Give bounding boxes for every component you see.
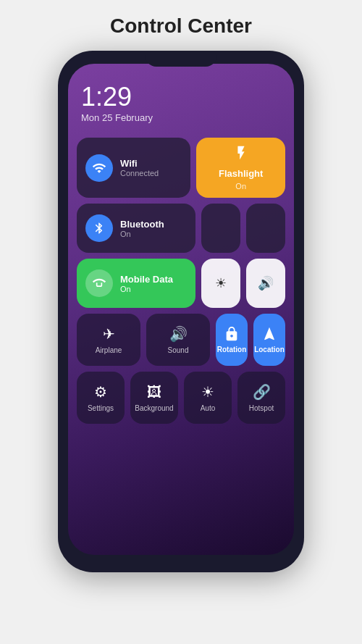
mobile-label: Mobile Data	[120, 274, 173, 285]
bluetooth-tile[interactable]: Bluetooth On	[77, 204, 195, 253]
auto-icon: ☀	[201, 383, 214, 401]
mobile-sublabel: On	[120, 285, 173, 293]
flashlight-tile[interactable]: Flashlight On	[196, 138, 285, 198]
flashlight-icon	[233, 145, 249, 165]
row-4: ✈ Airplane 🔊 Sound Rotation	[77, 314, 285, 366]
background-tile[interactable]: 🖼 Background	[130, 372, 178, 424]
settings-tile[interactable]: ⚙ Settings	[77, 372, 125, 424]
hotspot-label: Hotspot	[249, 404, 274, 412]
flashlight-label: Flashlight	[219, 168, 263, 179]
time-area: 1:29 Mon 25 February	[68, 64, 294, 132]
wifi-sublabel: Connected	[120, 169, 159, 177]
date-display: Mon 25 February	[81, 112, 281, 123]
row-2: Bluetooth On	[77, 204, 285, 253]
rotation-tile[interactable]: Rotation	[216, 314, 248, 366]
airplane-label: Airplane	[96, 346, 122, 354]
auto-label: Auto	[201, 404, 216, 412]
rotation-label: Rotation	[217, 346, 247, 354]
time-display: 1:29	[81, 84, 281, 110]
flashlight-sublabel: On	[235, 182, 246, 191]
rotation-icon	[224, 326, 240, 342]
wifi-icon-circle	[85, 154, 113, 182]
sound-tile[interactable]: 🔊 Sound	[146, 314, 210, 366]
location-icon	[261, 326, 277, 342]
sound-label: Sound	[168, 346, 189, 354]
brightness-tile[interactable]: ☀	[201, 259, 240, 308]
volume-tile[interactable]: 🔊	[246, 259, 285, 308]
notch	[145, 51, 217, 67]
airplane-icon: ✈	[103, 325, 115, 343]
bluetooth-label: Bluetooth	[120, 219, 164, 230]
background-label: Background	[135, 404, 173, 412]
volume-icon: 🔊	[258, 275, 274, 291]
bluetooth-sublabel: On	[120, 230, 164, 238]
controls-area: Wifi Connected Flashlight On	[68, 132, 294, 555]
phone-shell: 1:29 Mon 25 February Wifi Connected	[58, 51, 304, 572]
brightness-icon: ☀	[215, 275, 227, 291]
mobile-text: Mobile Data On	[120, 274, 173, 293]
small-dark-2[interactable]	[246, 204, 285, 253]
wifi-tile[interactable]: Wifi Connected	[77, 138, 190, 198]
settings-label: Settings	[88, 404, 114, 412]
row-1: Wifi Connected Flashlight On	[77, 138, 285, 198]
page-title: Control Center	[110, 14, 252, 38]
bluetooth-icon-circle	[85, 214, 113, 242]
row-5: ⚙ Settings 🖼 Background ☀ Auto 🔗 Hotspot	[77, 372, 285, 424]
auto-tile[interactable]: ☀ Auto	[184, 372, 232, 424]
mobile-data-tile[interactable]: Mobile Data On	[77, 259, 195, 308]
screen: 1:29 Mon 25 February Wifi Connected	[68, 64, 294, 555]
wifi-label: Wifi	[120, 158, 159, 169]
hotspot-tile[interactable]: 🔗 Hotspot	[237, 372, 285, 424]
location-label: Location	[254, 346, 285, 354]
airplane-tile[interactable]: ✈ Airplane	[77, 314, 140, 366]
mobile-icon-circle	[85, 269, 113, 297]
small-dark-1[interactable]	[201, 204, 240, 253]
settings-icon: ⚙	[94, 383, 107, 401]
location-tile[interactable]: Location	[253, 314, 285, 366]
bluetooth-text: Bluetooth On	[120, 219, 164, 238]
background-icon: 🖼	[147, 384, 161, 401]
wifi-text: Wifi Connected	[120, 158, 159, 177]
hotspot-icon: 🔗	[253, 383, 271, 401]
sound-icon: 🔊	[169, 325, 188, 343]
row-3: Mobile Data On ☀ 🔊	[77, 259, 285, 308]
